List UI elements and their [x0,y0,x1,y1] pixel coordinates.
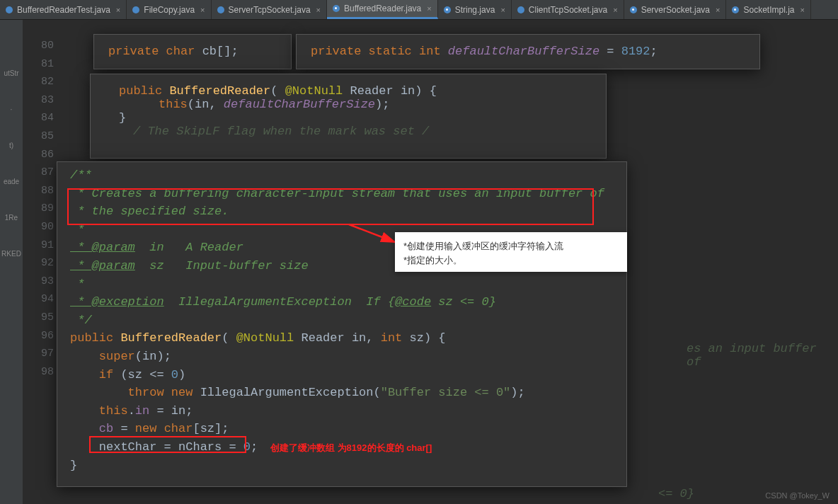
line-number: 87 [23,164,54,182]
close-icon[interactable]: × [116,6,120,14]
code-hint-default-size: private static int defaultCharBufferSize… [296,34,760,69]
editor-tab[interactable]: SocketImpl.ja× [726,0,810,19]
watermark: CSDN @Tokey_W [765,491,830,500]
line-number: 89 [23,200,54,218]
editor-tab[interactable]: ClientTcpSocket.java× [512,0,624,19]
editor-tab[interactable]: ServerTcpSocket.java× [212,0,328,19]
editor-tabs: BufferedReaderTest.java×FileCopy.java×Se… [0,0,838,20]
close-icon[interactable]: × [716,6,720,14]
tab-label: SocketImpl.ja [743,5,794,15]
line-number: 86 [23,146,54,164]
file-icon [217,6,224,13]
code-hint-cb: private char cb[]; [93,34,292,69]
line-number: 80 [23,37,54,55]
line-number: 90 [23,218,54,236]
line-number: 88 [23,182,54,200]
lock-icon [732,6,739,13]
code-hint-constructor: public BufferedReader( @NotNull Reader i… [90,74,607,159]
sidebar-fragment: t) [9,142,13,149]
close-icon[interactable]: × [200,6,205,14]
line-number: 83 [23,91,54,110]
tab-label: ServerTcpSocket.java [229,5,311,15]
tab-label: FileCopy.java [144,5,195,15]
line-number: 97 [23,345,54,363]
lock-icon [333,5,340,12]
sidebar-fragment: 1Re [5,214,18,222]
close-icon[interactable]: × [800,6,805,14]
sidebar-fragment: · [11,105,13,113]
editor-tab[interactable]: String.java× [438,0,512,19]
editor-tab[interactable]: BufferedReaderTest.java× [0,0,127,19]
tab-label: String.java [455,5,495,15]
tab-label: ClientTcpSocket.java [529,5,607,15]
line-number: 85 [23,127,54,146]
file-icon [6,6,13,13]
line-number: 84 [23,109,54,127]
line-number: 98 [23,363,54,382]
dimmed-code: <= 0} [658,487,694,500]
editor-tab[interactable]: FileCopy.java× [127,0,211,19]
line-number: 96 [23,327,54,345]
lock-icon [444,6,451,13]
dimmed-code: es an input buffer of [687,342,838,369]
line-number: 82 [23,73,54,91]
line-number: 92 [23,254,54,273]
tab-label: ServerSocket.java [641,5,710,15]
line-number: 81 [23,55,54,74]
sidebar-fragment: RKED [1,250,21,258]
sidebar-fragment: utStr [4,69,18,77]
tab-label: BufferedReader.java [344,4,421,13]
lock-icon [630,6,637,13]
editor-tab[interactable]: BufferedReader.java× [327,0,438,19]
svg-line-0 [349,224,395,242]
file-icon [517,6,524,13]
line-number: 91 [23,236,54,255]
highlight-box-cb-assign [89,436,246,453]
highlight-box-javadoc [67,188,594,225]
close-icon[interactable]: × [613,6,617,14]
line-number: 93 [23,273,54,291]
annotation-text: 创建了缓冲数组 为8192的长度的 char[] [270,442,432,454]
editor-tab[interactable]: ServerSocket.java× [624,0,727,19]
file-icon [132,6,139,13]
line-number: 94 [23,290,54,309]
translation-tooltip: *创建使用输入缓冲区的缓冲字符输入流 *指定的大小。 [395,232,627,272]
close-icon[interactable]: × [500,6,505,14]
line-number: 95 [23,309,54,327]
close-icon[interactable]: × [427,4,431,13]
sidebar-fragment: eade [4,178,19,185]
tab-label: BufferedReaderTest.java [17,5,110,15]
side-tool-strip: utStr·t)eade1ReRKED [0,20,23,504]
close-icon[interactable]: × [316,6,321,14]
